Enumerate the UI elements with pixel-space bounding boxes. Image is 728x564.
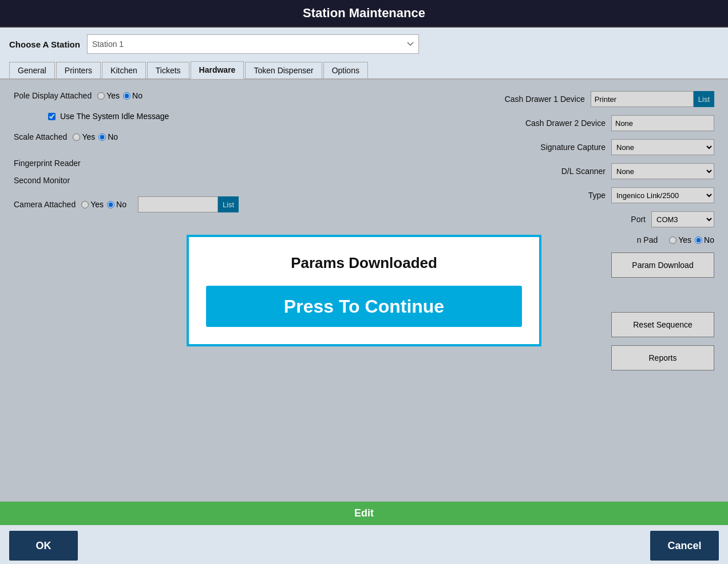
tab-options[interactable]: Options <box>323 62 368 78</box>
page-title: Station Maintenance <box>303 6 425 20</box>
tab-kitchen[interactable]: Kitchen <box>102 62 146 78</box>
modal-overlay: Params Downloaded Press To Continue <box>0 80 728 502</box>
edit-bar: Edit <box>0 502 728 525</box>
modal-title: Params Downloaded <box>291 254 437 272</box>
ok-button[interactable]: OK <box>9 531 78 561</box>
tab-token-dispenser[interactable]: Token Dispenser <box>245 62 322 78</box>
bottom-bar: OK Cancel <box>0 525 728 564</box>
tabs-row: General Printers Kitchen Tickets Hardwar… <box>0 61 728 80</box>
press-to-continue-button[interactable]: Press To Continue <box>206 286 522 327</box>
tab-hardware[interactable]: Hardware <box>191 61 244 79</box>
title-bar: Station Maintenance <box>0 0 728 27</box>
tab-printers[interactable]: Printers <box>56 62 101 78</box>
cancel-button[interactable]: Cancel <box>650 531 719 561</box>
edit-label: Edit <box>354 507 374 519</box>
station-row: Choose A Station Station 1 <box>0 27 728 61</box>
modal-box: Params Downloaded Press To Continue <box>187 235 541 346</box>
choose-station-label: Choose A Station <box>9 40 80 49</box>
main-container: Choose A Station Station 1 General Print… <box>0 27 728 564</box>
station-dropdown[interactable]: Station 1 <box>87 34 419 54</box>
content-area: Pole Display Attached Yes No Use The Sys… <box>0 80 728 502</box>
tab-tickets[interactable]: Tickets <box>147 62 189 78</box>
tab-general[interactable]: General <box>9 62 55 78</box>
